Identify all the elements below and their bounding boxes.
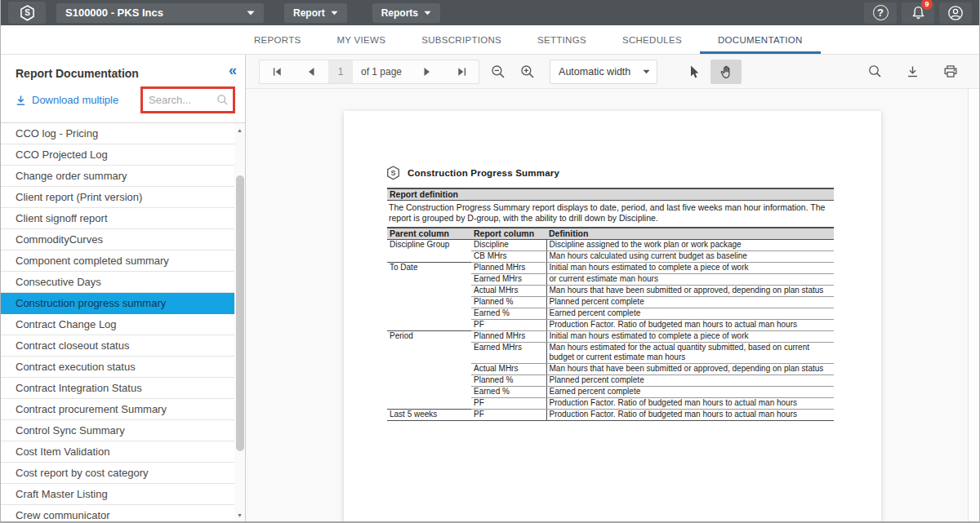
- table-row: Discipline GroupDisciplineDiscipline ass…: [387, 240, 834, 251]
- account-icon: [947, 5, 964, 21]
- tab-documentation[interactable]: DOCUMENTATION: [700, 25, 821, 54]
- report-menu-dropdown[interactable]: Report: [284, 3, 347, 23]
- tab-schedules[interactable]: SCHEDULES: [604, 25, 700, 54]
- scroll-down-icon[interactable]: ▼: [234, 510, 245, 521]
- zoom-in-button[interactable]: [520, 64, 535, 79]
- previous-page-button[interactable]: [294, 60, 328, 83]
- list-item[interactable]: Contract procurement Summary: [1, 399, 234, 420]
- table-row: Earned %Earned percent complete: [387, 387, 834, 398]
- table-row: Earned MHrsor current estimate man hours: [387, 274, 834, 286]
- document-download-button[interactable]: [906, 64, 919, 78]
- list-item[interactable]: Construction progress summary: [1, 293, 234, 314]
- top-bar: S S100000 - PKS Incs Report Reports ?: [1, 0, 979, 25]
- list-item[interactable]: Crew communicator: [1, 505, 234, 522]
- pan-tool-button[interactable]: [710, 60, 742, 84]
- next-page-button[interactable]: [410, 60, 444, 83]
- download-icon: [906, 65, 919, 78]
- table-cell: Planned percent complete: [546, 297, 834, 308]
- first-page-icon: [272, 67, 283, 77]
- notification-badge: 9: [921, 0, 933, 10]
- document-scrollbar[interactable]: [968, 89, 979, 522]
- project-selector-label: S100000 - PKS Incs: [65, 7, 163, 19]
- zoom-in-icon: [520, 64, 535, 79]
- pan-hand-icon: [719, 64, 733, 79]
- list-item[interactable]: CCO Projected Log: [1, 144, 234, 166]
- list-item[interactable]: Component completed summary: [1, 250, 234, 272]
- print-icon: [943, 64, 958, 78]
- document-canvas: S Construction Progress Summary Report d…: [246, 89, 968, 522]
- collapse-panel-button[interactable]: «: [229, 63, 237, 78]
- doc-table-header-cell: Definition: [546, 228, 834, 240]
- tab-settings[interactable]: SETTINGS: [519, 25, 604, 54]
- list-item[interactable]: Contract Change Log: [1, 314, 234, 335]
- search-highlight-box: [140, 86, 235, 113]
- topbar-actions: ? 9: [864, 2, 972, 24]
- list-item[interactable]: Cost report by cost category: [1, 463, 234, 484]
- sidebar-scrollbar[interactable]: ▲ ▼: [234, 123, 245, 522]
- table-cell: [387, 251, 471, 263]
- table-row: Earned MHrsMan hours estimated for the a…: [387, 343, 834, 364]
- account-button[interactable]: [939, 2, 972, 24]
- chevron-down-icon: [247, 11, 255, 16]
- list-item[interactable]: Contract Integration Status: [1, 378, 234, 399]
- table-cell: To Date: [387, 263, 471, 274]
- select-tool-button[interactable]: [682, 60, 705, 84]
- download-multiple-label: Download multiple: [32, 94, 118, 106]
- tab-subscriptions[interactable]: SUBSCRIPTIONS: [403, 25, 519, 54]
- first-page-button[interactable]: [260, 60, 294, 83]
- table-row: To DatePlanned MHrsInitial man hours est…: [387, 263, 834, 274]
- scrollbar-thumb[interactable]: [236, 175, 244, 451]
- app-logo[interactable]: S: [8, 2, 46, 24]
- search-input[interactable]: [149, 94, 216, 106]
- help-button[interactable]: ?: [864, 2, 897, 24]
- list-item[interactable]: Client signoff report: [1, 208, 234, 229]
- scroll-up-icon[interactable]: ▲: [234, 125, 245, 135]
- table-cell: Man hours that have been submitted or ap…: [546, 364, 834, 375]
- table-cell: or current estimate man hours: [546, 274, 834, 286]
- notifications-button[interactable]: 9: [902, 2, 934, 24]
- list-item[interactable]: Cost Item Validation: [1, 441, 234, 463]
- print-button[interactable]: [943, 64, 958, 78]
- list-item[interactable]: Consecutive Days: [1, 272, 234, 293]
- chevron-down-icon: [331, 11, 338, 16]
- table-row: Actual MHrsMan hours that have been subm…: [387, 286, 834, 297]
- table-cell: Initial man hours estimated to complete …: [546, 263, 834, 274]
- project-selector-dropdown[interactable]: S100000 - PKS Incs: [56, 3, 264, 23]
- search-icon: [868, 64, 882, 78]
- table-row: PFProduction Factor. Ratio of budgeted m…: [387, 398, 834, 410]
- table-cell: [387, 375, 471, 387]
- document-search-button[interactable]: [868, 64, 882, 78]
- download-multiple-button[interactable]: Download multiple: [16, 94, 118, 106]
- viewer-toolbar-right: [868, 64, 958, 78]
- tab-reports[interactable]: REPORTS: [236, 25, 318, 54]
- table-cell: [387, 308, 471, 320]
- page-number-input[interactable]: 1: [328, 60, 353, 83]
- list-item[interactable]: Client report (Print version): [1, 187, 234, 208]
- zoom-mode-dropdown[interactable]: Automatic width: [550, 60, 657, 84]
- tab-my-views[interactable]: MY VIEWS: [318, 25, 403, 54]
- list-item[interactable]: Craft Master Listing: [1, 484, 234, 505]
- search-icon: [216, 94, 229, 106]
- last-page-button[interactable]: [444, 60, 479, 83]
- table-cell: Period: [387, 331, 471, 343]
- list-item[interactable]: CCO log - Pricing: [1, 123, 234, 144]
- page-count-label: of 1 page: [353, 66, 410, 78]
- report-list: CCO log - PricingCCO Projected LogChange…: [1, 123, 245, 522]
- list-item[interactable]: Control Sync Summary: [1, 420, 234, 441]
- list-item[interactable]: Contract execution status: [1, 357, 234, 378]
- table-cell: Earned percent complete: [546, 308, 834, 320]
- list-item[interactable]: Change order summary: [1, 166, 234, 187]
- table-cell: Actual MHrs: [471, 364, 546, 375]
- reports-menu-dropdown[interactable]: Reports: [372, 3, 440, 23]
- list-item[interactable]: Contract closeout status: [1, 335, 234, 357]
- list-item[interactable]: CommodityCurves: [1, 229, 234, 250]
- doc-table-header-row: Parent columnReport columnDefinition: [387, 228, 834, 240]
- table-cell: [387, 274, 471, 286]
- report-definition-text: The Construction Progress Summary report…: [387, 201, 834, 227]
- next-page-icon: [423, 67, 431, 77]
- table-cell: Earned %: [471, 308, 546, 320]
- table-cell: [387, 343, 471, 364]
- table-cell: PF: [471, 410, 546, 421]
- zoom-out-button[interactable]: [491, 64, 506, 79]
- table-cell: [387, 286, 471, 297]
